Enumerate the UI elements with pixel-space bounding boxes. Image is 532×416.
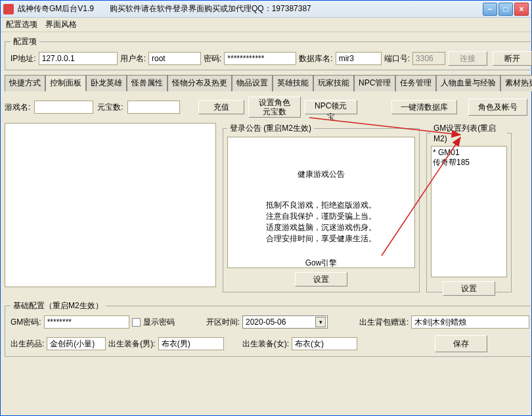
- yb-input[interactable]: [127, 101, 180, 114]
- notice-line: 注意自我保护，谨防受骗上当。: [233, 211, 409, 222]
- tab-2[interactable]: 卧龙英雄: [86, 75, 127, 91]
- basic-fieldset: 基础配置（重启M2生效） GM密码: 显示密码 开区时间: 2020-05-06…: [5, 300, 532, 357]
- set-char-yb-button[interactable]: 设置角色元宝数: [248, 97, 301, 118]
- db-input[interactable]: [336, 52, 382, 65]
- open-date-picker[interactable]: 2020-05-06 ▾: [242, 315, 328, 329]
- connect-button: 连接: [448, 51, 487, 66]
- game-input[interactable]: [34, 101, 93, 114]
- yb-label: 元宝数:: [97, 102, 123, 113]
- open-date-value: 2020-05-06: [246, 317, 286, 327]
- tab-0[interactable]: 快捷方式: [5, 75, 45, 91]
- notice-line: 适度游戏益脑，沉迷游戏伤身。: [233, 222, 409, 233]
- clear-db-button[interactable]: 一键清数据库: [391, 100, 457, 114]
- tab-7[interactable]: 玩家技能: [313, 75, 354, 91]
- gmpwd-label: GM密码:: [11, 317, 41, 328]
- gm-list-legend: GM设置列表(重启M2): [431, 123, 507, 143]
- list-item[interactable]: * GM01: [433, 148, 505, 157]
- gift-input[interactable]: [411, 315, 529, 329]
- pwd-input[interactable]: [224, 52, 296, 65]
- tab-4[interactable]: 怪物分布及热更: [167, 75, 232, 91]
- app-icon: [3, 4, 14, 14]
- close-button[interactable]: ×: [514, 3, 529, 16]
- app-window: 战神传奇GM后台V1.9 购买软件请在软件登录界面购买或加代理QQ：197387…: [0, 0, 532, 416]
- gm-list-fieldset: GM设置列表(重启M2) * GM01 传奇帮185 设置: [426, 123, 512, 292]
- pwd-label: 密码:: [204, 53, 221, 64]
- tab-5[interactable]: 物品设置: [232, 75, 273, 91]
- gmpwd-input[interactable]: [44, 315, 129, 329]
- tab-1[interactable]: 控制面板: [45, 75, 86, 91]
- gm-listbox[interactable]: * GM01 传奇帮185: [431, 146, 507, 277]
- save-button[interactable]: 保存: [435, 335, 487, 352]
- showpwd-label: 显示密码: [143, 317, 175, 328]
- left-textarea[interactable]: [5, 123, 216, 287]
- user-label: 用户名:: [120, 53, 146, 64]
- med-input[interactable]: [47, 337, 106, 350]
- menubar: 配置选项 界面风格: [1, 18, 531, 32]
- tab-9[interactable]: 任务管理: [395, 75, 436, 91]
- port-label: 端口号:: [384, 53, 410, 64]
- tab-8[interactable]: NPC管理: [354, 75, 395, 91]
- notice-set-button[interactable]: 设置: [295, 272, 347, 287]
- notice-line: 抵制不良游戏，拒绝盗版游戏。: [233, 200, 409, 211]
- menu-item[interactable]: 界面风格: [45, 19, 77, 30]
- equipf-label: 出生装备(女):: [242, 338, 289, 350]
- ip-input[interactable]: [39, 52, 118, 65]
- showpwd-checkbox[interactable]: [132, 318, 141, 327]
- tab-3[interactable]: 怪兽属性: [127, 75, 167, 91]
- menu-item[interactable]: 配置选项: [6, 19, 37, 30]
- login-notice-fieldset: 登录公告 (重启M2生效) 健康游戏公告 抵制不良游戏，拒绝盗版游戏。 注意自我…: [223, 123, 420, 292]
- db-label: 数据库名:: [299, 53, 332, 64]
- tab-11[interactable]: 素材热更: [500, 75, 532, 91]
- equipm-label: 出生装备(男):: [108, 338, 155, 350]
- config-legend: 配置项: [11, 36, 39, 47]
- window-title: 战神传奇GM后台V1.9 购买软件请在软件登录界面购买或加代理QQ：197387…: [18, 3, 483, 14]
- gm-set-button[interactable]: 设置: [443, 281, 495, 296]
- disconnect-button[interactable]: 断开: [493, 51, 532, 66]
- notice-line: 合理安排时间，享受健康生活。: [233, 233, 409, 244]
- port-input: [412, 52, 445, 65]
- char-account-button[interactable]: 角色及帐号: [468, 99, 527, 116]
- open-label: 开区时间:: [206, 317, 240, 328]
- tab-10[interactable]: 人物血量与经验: [436, 75, 500, 91]
- chevron-down-icon[interactable]: ▾: [315, 317, 326, 327]
- game-label: 游戏名:: [5, 102, 30, 113]
- gift-label: 出生背包赠送:: [359, 317, 409, 328]
- minimize-button[interactable]: −: [483, 3, 497, 16]
- notice-footer: Gow引擎: [233, 258, 409, 268]
- titlebar: 战神传奇GM后台V1.9 购买软件请在软件登录界面购买或加代理QQ：197387…: [1, 1, 531, 18]
- notice-title: 健康游戏公告: [233, 169, 409, 180]
- user-input[interactable]: [148, 52, 201, 65]
- med-label: 出生药品:: [11, 338, 44, 350]
- ip-label: IP地址:: [11, 53, 36, 64]
- login-notice-text[interactable]: 健康游戏公告 抵制不良游戏，拒绝盗版游戏。 注意自我保护，谨防受骗上当。 适度游…: [227, 137, 415, 268]
- login-notice-legend: 登录公告 (重启M2生效): [227, 123, 314, 134]
- tab-bar: 快捷方式控制面板卧龙英雄怪兽属性怪物分布及热更物品设置英雄技能玩家技能NPC管理…: [5, 74, 527, 91]
- recharge-button[interactable]: 充值: [198, 100, 244, 114]
- equipf-input[interactable]: [292, 337, 357, 350]
- npc-yb-button[interactable]: NPC领元宝: [305, 100, 357, 114]
- tab-6[interactable]: 英雄技能: [273, 75, 313, 91]
- list-item[interactable]: 传奇帮185: [433, 157, 505, 168]
- maximize-button[interactable]: □: [499, 3, 513, 16]
- basic-legend: 基础配置（重启M2生效）: [11, 300, 106, 312]
- config-fieldset: 配置项 IP地址: 用户名: 密码: 数据库名: 端口号: 连接 断开: [5, 36, 532, 70]
- equipm-input[interactable]: [158, 337, 224, 350]
